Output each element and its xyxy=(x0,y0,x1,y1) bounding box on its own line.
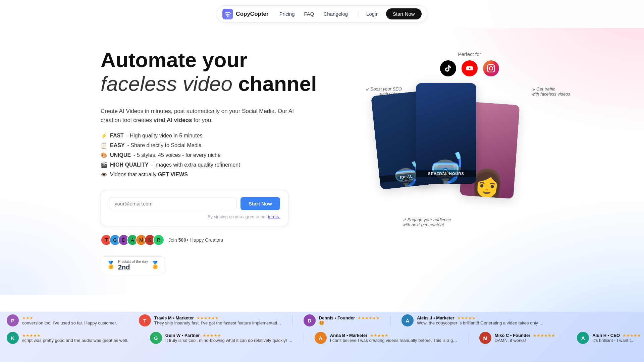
email-input[interactable] xyxy=(109,197,236,210)
nav-links: Pricing FAQ Changelog xyxy=(275,9,352,19)
hero-title-italic: faceless video xyxy=(101,72,232,95)
reviews-row-1: P ★★★ conversion tool I've used so far. … xyxy=(0,312,644,329)
youtube-icon xyxy=(462,60,478,76)
main-content: Automate your faceless video channel Cre… xyxy=(0,28,644,274)
review-aleks: A Aleks J • Marketer ★★★★★ Wow, the copy… xyxy=(401,314,544,326)
anna-avatar: A xyxy=(315,332,327,344)
separator-r2-4 xyxy=(566,333,566,343)
separator-2 xyxy=(292,315,293,325)
navbar: CopyCopter Pricing FAQ Changelog Login S… xyxy=(0,0,644,28)
aleks-avatar: A xyxy=(401,314,414,326)
review-alun: A Alun H • CEO ★★★★★ It's brilliant - I … xyxy=(577,332,641,344)
tiktok-icon xyxy=(440,60,456,76)
alun-avatar: A xyxy=(577,332,589,344)
feature-quality: 🎬 HIGH QUALITY - images with extra quali… xyxy=(101,162,335,168)
travis-content: Travis M • Marketer ★★★★★★ They ship ins… xyxy=(154,315,282,325)
laurel-left-icon: 🏅 xyxy=(106,261,115,269)
review-anna: A Anna B • Marketer ★★★★★ I can't believ… xyxy=(315,332,458,344)
brand-name: CopyCopter xyxy=(236,11,268,17)
social-platform-icons xyxy=(362,60,577,76)
nav-login[interactable]: Login xyxy=(362,9,383,19)
travis-avatar: T xyxy=(139,314,151,326)
social-proof-text: Join 500+ Happy Creators xyxy=(168,237,223,243)
review-miko: M Miko C • Founder ★★★★★★ DAMN, it works… xyxy=(479,332,555,344)
review-guin: G Guin W • Partner ★★★★★ It truly is so … xyxy=(150,332,293,344)
terms-link[interactable]: terms. xyxy=(268,214,280,219)
feature-fast: ⚡ FAST - High quality video in 5 minutes xyxy=(101,133,335,139)
nav-pricing[interactable]: Pricing xyxy=(275,9,299,19)
badge-label: Product of the day xyxy=(118,259,148,263)
start-now-button[interactable]: Start Now xyxy=(240,197,280,210)
perfect-for-label: Perfect for xyxy=(362,51,577,57)
navbar-inner: CopyCopter Pricing FAQ Changelog Login S… xyxy=(217,5,427,22)
dennis-content: Dennis • Founder ★★★★★★ 🤩 xyxy=(319,315,380,325)
hero-description: Create AI Videos in minutes, post automa… xyxy=(101,107,295,125)
features-list: ⚡ FAST - High quality video in 5 minutes… xyxy=(101,133,335,178)
logo-icon xyxy=(222,9,233,19)
aleks-content: Aleks J • Marketer ★★★★★ Wow, the copyco… xyxy=(417,315,544,325)
avatar-7: R xyxy=(153,234,164,246)
separator-r2-3 xyxy=(468,333,469,343)
left-side: Automate your faceless video channel Cre… xyxy=(101,48,335,274)
right-side: Perfect for xyxy=(362,48,577,274)
nav-faq[interactable]: FAQ xyxy=(300,9,318,19)
nav-start-button[interactable]: Start Now xyxy=(386,8,422,19)
partial-review-left-2: K ★★★★★ script was pretty good and the a… xyxy=(7,332,128,344)
laurel-right-icon: 🏅 xyxy=(151,261,160,269)
miko-content: Miko C • Founder ★★★★★★ DAMN, it works! xyxy=(495,333,555,343)
review-dennis: D Dennis • Founder ★★★★★★ 🤩 xyxy=(304,314,380,326)
alun-content: Alun H • CEO ★★★★★ It's brilliant - I wa… xyxy=(592,333,641,343)
reviews-row-2: K ★★★★★ script was pretty good and the a… xyxy=(0,329,644,347)
separator xyxy=(128,315,128,325)
separator-r2-2 xyxy=(304,333,304,343)
review-travis: T Travis M • Marketer ★★★★★★ They ship i… xyxy=(139,314,282,326)
nav-changelog[interactable]: Changelog xyxy=(320,9,352,19)
separator-3 xyxy=(390,315,391,325)
instagram-icon xyxy=(483,60,499,76)
feature-unique: 🎨 UNIQUE - 5 styles, 45 voices - for eve… xyxy=(101,152,335,159)
social-proof: T G D A M K R Join 500+ Happy Creators xyxy=(101,234,335,246)
annotation-traffic: ↘ Get trafficwith faceless videos xyxy=(531,86,570,97)
miko-avatar: M xyxy=(479,332,491,344)
anna-content: Anna B • Marketer ★★★★★ I can't believe … xyxy=(330,333,458,343)
nav-divider xyxy=(359,11,359,17)
partial-avatar-2: K xyxy=(7,332,19,344)
terms-text: By signing up you agree to our terms. xyxy=(109,214,280,219)
dennis-avatar: D xyxy=(304,314,316,326)
feature-views: 👁️ Videos that actually GET VIEWS xyxy=(101,172,335,178)
video-card-main: 🤿 SEVERAL HOURS xyxy=(416,83,476,184)
partial-content-2: ★★★★★ script was pretty good and the aud… xyxy=(22,333,128,343)
feature-easy: 📋 EASY - Share directly to Social Media xyxy=(101,142,335,149)
badge-rank: 2nd xyxy=(118,263,148,271)
email-form-inner: Start Now xyxy=(109,197,280,210)
hero-title: Automate your faceless video channel xyxy=(101,48,335,96)
guin-avatar: G xyxy=(150,332,162,344)
perfect-for: Perfect for xyxy=(362,51,577,76)
badge-content: Product of the day 2nd xyxy=(118,259,148,271)
email-form: Start Now By signing up you agree to our… xyxy=(101,190,288,226)
logo-area[interactable]: CopyCopter xyxy=(222,9,268,19)
annotation-engage: ↗ Engage your audiencewith next-gen cont… xyxy=(402,217,451,227)
guin-content: Guin W • Partner ★★★★★ It truly is so co… xyxy=(165,333,293,343)
reviews-section: P ★★★ conversion tool I've used so far. … xyxy=(0,312,644,362)
partial-avatar: P xyxy=(7,314,19,326)
partial-content: ★★★ conversion tool I've used so far. Ha… xyxy=(22,316,117,325)
video-cards-area: ↙ Boost your SEOwith videos ↘ Get traffi… xyxy=(376,83,577,210)
product-badge: 🏅 Product of the day 2nd 🏅 xyxy=(101,256,165,274)
hero-title-line1: Automate your xyxy=(101,48,247,71)
partial-review-left: P ★★★ conversion tool I've used so far. … xyxy=(7,314,117,326)
avatars-group: T G D A M K R xyxy=(101,234,164,246)
separator-r2-1 xyxy=(139,333,139,343)
hero-title-bold: channel xyxy=(238,72,317,95)
